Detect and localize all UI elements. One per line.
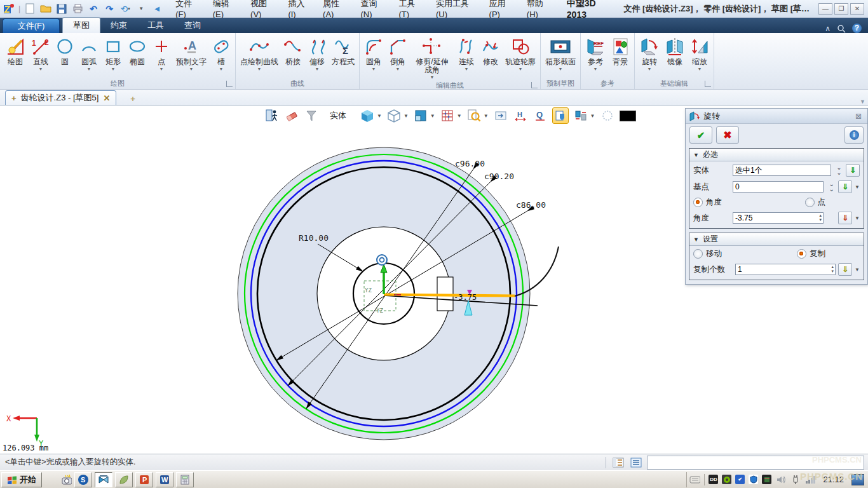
- panel-title-bar[interactable]: 旋转 ⊠: [686, 109, 867, 124]
- bridge-button[interactable]: 桥接: [281, 34, 305, 72]
- eraser-icon[interactable]: [284, 108, 299, 123]
- base-point-input[interactable]: [733, 181, 824, 193]
- pick-entity-button[interactable]: ⇓: [846, 164, 860, 177]
- entity-input[interactable]: [733, 165, 831, 176]
- calculator-icon[interactable]: [176, 472, 194, 487]
- redo-icon[interactable]: ↷: [103, 3, 116, 15]
- track-profile-button[interactable]: 轨迹轮廓▼: [503, 34, 538, 72]
- tab-close-icon[interactable]: ✕: [103, 93, 110, 103]
- cancel-button[interactable]: ✖: [716, 126, 739, 144]
- mirror-button[interactable]: 镜像: [662, 34, 688, 72]
- tab-inquire[interactable]: 查询: [174, 18, 211, 33]
- grid-snap-icon[interactable]: [440, 108, 455, 123]
- target-point-icon[interactable]: [377, 255, 387, 265]
- entity-filter-combo[interactable]: 实体: [330, 110, 346, 121]
- restore-button[interactable]: ❐: [834, 3, 848, 15]
- panel-close-icon[interactable]: ⊠: [853, 111, 864, 121]
- command-input[interactable]: [647, 456, 864, 470]
- browser-icon[interactable]: S: [74, 472, 92, 487]
- continue-button[interactable]: 连续▼: [454, 34, 478, 72]
- settings-section-header[interactable]: ▼设置: [689, 233, 864, 246]
- open-file-icon[interactable]: [39, 3, 52, 15]
- box-section-button[interactable]: 箱形截面▼: [543, 34, 578, 72]
- angle-radio[interactable]: 角度: [693, 197, 722, 208]
- tab-constraint[interactable]: 约束: [100, 18, 137, 33]
- chevron-down-icon[interactable]: ▼: [484, 113, 489, 119]
- zw3d-taskbar-icon[interactable]: [95, 472, 112, 487]
- chevron-down-icon[interactable]: ▼: [377, 113, 382, 119]
- update-tray-icon[interactable]: ✔: [735, 475, 745, 484]
- nvidia-tray-icon[interactable]: [722, 475, 731, 484]
- point-button[interactable]: 点▼: [149, 34, 173, 72]
- collapse-ribbon-icon[interactable]: ∧: [825, 24, 831, 33]
- view-plane-icon[interactable]: [413, 108, 428, 123]
- zoom-page-icon[interactable]: [466, 108, 482, 123]
- sketch-button[interactable]: 绘图: [2, 34, 29, 72]
- pretext-button[interactable]: A预制文字▼: [173, 34, 209, 72]
- sketch-canvas[interactable]: c96.00 c90.20 c86.00 R10.00 YZ YZ -3.75 …: [0, 105, 868, 454]
- chevron-down-icon[interactable]: ▼: [430, 113, 435, 119]
- filter-icon[interactable]: [304, 108, 319, 123]
- angle-input[interactable]: [733, 212, 824, 224]
- print-icon[interactable]: [71, 3, 84, 15]
- dim-label-pitch[interactable]: c90.20: [484, 172, 514, 181]
- tab-tools[interactable]: 工具: [137, 18, 174, 33]
- spinner[interactable]: ▲▼: [818, 214, 822, 222]
- dolby-tray-icon[interactable]: DD: [709, 475, 718, 484]
- swap-component-icon[interactable]: [573, 108, 588, 123]
- network-tray-icon[interactable]: [804, 474, 815, 485]
- undo-icon[interactable]: ↶: [87, 3, 100, 15]
- history-panel-icon[interactable]: [611, 456, 625, 468]
- color-swatch[interactable]: [620, 111, 636, 121]
- tab-sketch[interactable]: 草图: [62, 17, 100, 33]
- show-target-toggle[interactable]: [552, 107, 569, 124]
- notes-icon[interactable]: [115, 472, 133, 487]
- customize-qat-icon[interactable]: ▼: [135, 3, 147, 15]
- minimize-button[interactable]: —: [818, 3, 832, 15]
- taskbar-clock[interactable]: 21:12: [823, 475, 844, 484]
- camera-icon[interactable]: [61, 474, 72, 485]
- chevron-down-icon[interactable]: ▼: [457, 113, 462, 119]
- pick-angle-button[interactable]: ⇓: [838, 212, 852, 224]
- pick-copies-button[interactable]: ⇓: [838, 263, 852, 276]
- chevron-down-icon[interactable]: ▼: [590, 113, 595, 119]
- security-shield-icon[interactable]: [749, 475, 758, 484]
- copy-radio[interactable]: 复制: [797, 248, 825, 259]
- chevron-down-icon[interactable]: ▼: [855, 215, 860, 221]
- slot-button[interactable]: 槽▼: [209, 34, 233, 72]
- exit-sketch-icon[interactable]: [264, 108, 280, 123]
- save-icon[interactable]: [55, 3, 68, 15]
- resize-window-icon[interactable]: [493, 108, 508, 123]
- command-log-icon[interactable]: [629, 456, 643, 468]
- ellipse-button[interactable]: 椭圆: [125, 34, 149, 72]
- point-curve-button[interactable]: 点绘制曲线▼: [238, 34, 281, 72]
- reference-button[interactable]: REF参考▼: [583, 34, 608, 72]
- pick-base-button[interactable]: ⇓: [838, 180, 852, 193]
- dialog-launcher-icon[interactable]: [226, 81, 233, 87]
- new-file-icon[interactable]: [24, 3, 36, 15]
- show-desktop-button[interactable]: [851, 474, 864, 485]
- info-button[interactable]: i: [844, 126, 864, 144]
- chevron-down-icon[interactable]: ▼: [403, 113, 409, 119]
- equation-button[interactable]: Σ方程式: [329, 34, 357, 72]
- ime-tray-icon[interactable]: [762, 475, 771, 484]
- selected-line-highlight[interactable]: [384, 295, 515, 296]
- trim-extend-button[interactable]: 修剪/延伸成角▼: [410, 34, 454, 80]
- tab-list-icon[interactable]: ▼: [860, 98, 865, 105]
- move-radio[interactable]: 移动: [693, 248, 722, 259]
- shaded-display-icon[interactable]: [360, 108, 375, 123]
- chevron-down-icon[interactable]: ▼: [855, 184, 860, 190]
- dialog-launcher-icon[interactable]: [531, 82, 538, 88]
- close-button[interactable]: ✕: [850, 3, 864, 15]
- spinner[interactable]: ▲▼: [831, 265, 834, 274]
- volume-tray-icon[interactable]: [775, 474, 786, 485]
- wireframe-display-icon[interactable]: [386, 108, 402, 123]
- rotate-view-icon[interactable]: ⟲▾: [119, 3, 132, 15]
- background-button[interactable]: 背景: [608, 34, 632, 72]
- chevron-down-icon[interactable]: ▼: [855, 267, 860, 273]
- dialog-launcher-icon[interactable]: [705, 81, 711, 87]
- rectangle-button[interactable]: 矩形▼: [101, 34, 125, 72]
- powerpoint-icon[interactable]: P: [135, 472, 153, 487]
- chamfer-button[interactable]: 倒角▼: [386, 34, 410, 72]
- expand-chevron-icon[interactable]: ⌄⌄: [826, 182, 836, 192]
